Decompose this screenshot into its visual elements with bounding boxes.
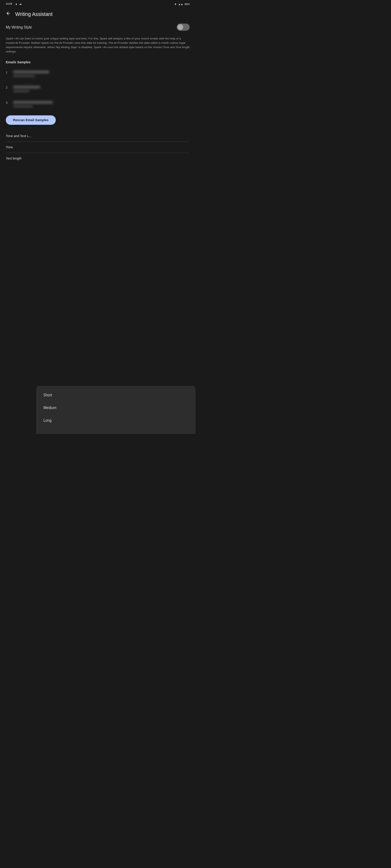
email-content-3 bbox=[13, 101, 190, 107]
email-number-3: 3 bbox=[6, 101, 9, 105]
dropdown-menu: Short Medium Long bbox=[36, 386, 196, 434]
email-number-2: 2 bbox=[6, 86, 9, 89]
email-subtitle-blur-2 bbox=[13, 90, 29, 92]
tone-item[interactable]: Tone bbox=[6, 142, 190, 153]
email-item-3[interactable]: 3 bbox=[6, 98, 190, 113]
email-subtitle-blur-1 bbox=[13, 75, 35, 77]
email-item-1[interactable]: 1 bbox=[6, 68, 190, 83]
email-title-blur-2 bbox=[13, 86, 40, 89]
my-writing-style-toggle[interactable] bbox=[177, 24, 190, 31]
tone-and-text-item[interactable]: Tone and Text L... bbox=[6, 131, 190, 141]
cloud-icon: ☁ bbox=[19, 3, 22, 5]
email-title-blur-3 bbox=[13, 101, 53, 104]
my-writing-style-label: My Writing Style bbox=[6, 25, 32, 29]
status-time: 10:09 ▲ ☁ bbox=[6, 3, 22, 5]
dropdown-item-medium[interactable]: Medium bbox=[36, 401, 196, 414]
dropdown-item-short[interactable]: Short bbox=[36, 389, 196, 401]
signal-icon: ▲▲ bbox=[178, 3, 183, 5]
dropdown-item-long[interactable]: Long bbox=[36, 414, 196, 427]
rescan-email-samples-button[interactable]: Rescan Email Samples bbox=[6, 115, 56, 125]
my-writing-style-row: My Writing Style bbox=[6, 20, 190, 34]
notification-icon: ▲ bbox=[15, 3, 17, 5]
page-title: Writing Assistant bbox=[15, 11, 52, 17]
tone-label: Tone bbox=[6, 145, 190, 149]
toggle-thumb bbox=[177, 24, 183, 30]
description-text: Spark +AI can learn to mimic your unique… bbox=[6, 34, 190, 58]
emails-samples-title: Emails Samples bbox=[6, 58, 190, 68]
status-right: ▼ ▲▲ 80% bbox=[174, 3, 190, 5]
battery-text: 80% bbox=[185, 3, 190, 5]
email-title-blur-1 bbox=[13, 71, 49, 73]
wifi-icon: ▼ bbox=[174, 3, 177, 5]
text-length-label: Text length bbox=[6, 157, 190, 160]
main-content: My Writing Style Spark +AI can learn to … bbox=[0, 20, 196, 165]
email-item-2[interactable]: 2 bbox=[6, 83, 190, 98]
back-button[interactable] bbox=[6, 11, 11, 17]
tone-and-text-label: Tone and Text L... bbox=[6, 134, 190, 138]
email-subtitle-blur-3 bbox=[13, 105, 33, 107]
email-number-1: 1 bbox=[6, 71, 9, 74]
email-content-1 bbox=[13, 71, 190, 77]
settings-section: Tone and Text L... Tone Text length bbox=[6, 129, 190, 165]
text-length-item[interactable]: Text length bbox=[6, 153, 190, 164]
header: Writing Assistant bbox=[0, 7, 196, 20]
status-bar: 10:09 ▲ ☁ ▼ ▲▲ 80% bbox=[0, 0, 196, 7]
email-content-2 bbox=[13, 86, 190, 92]
